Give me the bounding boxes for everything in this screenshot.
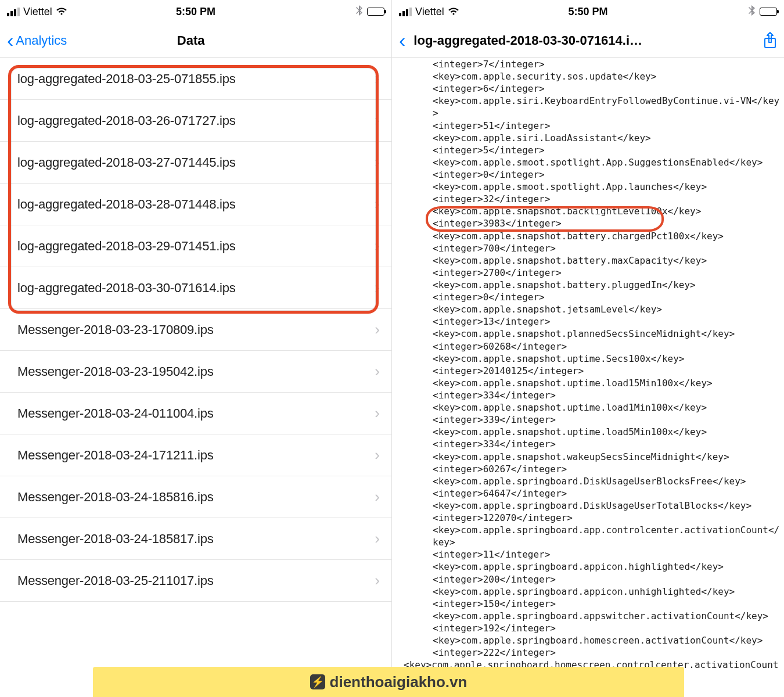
log-line: <integer>700</integer> [433, 242, 781, 254]
battery-icon [367, 8, 384, 16]
log-line: <key>com.apple.siri.LoadAssistant</key> [433, 132, 781, 144]
chevron-right-icon: › [375, 446, 380, 464]
log-content[interactable]: <integer>7</integer><key>com.apple.secur… [392, 58, 784, 697]
watermark-text: dienthoaigiakho.vn [330, 673, 467, 691]
file-row[interactable]: Messenger-2018-03-24-171211.ips› [0, 434, 391, 476]
log-line: <key>com.apple.smoot.spotlight.App.Sugge… [433, 156, 781, 168]
chevron-right-icon: › [375, 488, 380, 506]
log-line: <integer>32</integer> [433, 193, 781, 205]
page-title: log-aggregated-2018-03-30-071614.i… [410, 33, 748, 48]
file-name: Messenger-2018-03-23-170809.ips [17, 322, 375, 337]
chevron-right-icon: › [375, 572, 380, 590]
back-button[interactable]: ‹ [399, 34, 408, 46]
file-row[interactable]: log-aggregated-2018-03-28-071448.ips› [0, 184, 391, 225]
log-line: <integer>222</integer> [433, 646, 781, 659]
log-line: <key>com.apple.snapshot.battery.maxCapac… [433, 254, 781, 267]
file-name: log-aggregated-2018-03-29-071451.ips [17, 239, 375, 254]
log-line: <integer>200</integer> [433, 573, 781, 585]
log-line: <integer>60268</integer> [433, 340, 781, 353]
file-name: log-aggregated-2018-03-27-071445.ips [17, 155, 375, 170]
analytics-data-list-pane: Viettel 5:50 PM ‹ Analytics [0, 0, 392, 697]
log-line: <key>com.apple.springboard.DiskUsageUser… [433, 475, 781, 487]
log-line: <key>com.apple.snapshot.battery.pluggedI… [433, 279, 781, 291]
log-line: <integer>150</integer> [433, 598, 781, 610]
file-list: log-aggregated-2018-03-25-071855.ips›log… [0, 58, 391, 602]
log-line: <integer>64647</integer> [433, 487, 781, 500]
log-line: <key>com.apple.springboard.app.controlce… [433, 524, 781, 548]
file-row[interactable]: Messenger-2018-03-23-195042.ips› [0, 351, 391, 393]
file-row[interactable]: Messenger-2018-03-24-185817.ips› [0, 518, 391, 560]
log-line: <key>com.apple.siri.KeyboardEntryFollowe… [433, 95, 781, 119]
chevron-right-icon: › [375, 195, 380, 213]
battery-icon [760, 8, 777, 16]
share-button[interactable] [748, 32, 777, 49]
file-name: Messenger-2018-03-24-185817.ips [17, 531, 375, 547]
log-line: <integer>51</integer> [433, 120, 781, 132]
log-line: <key>com.apple.snapshot.battery.chargedP… [433, 230, 781, 242]
log-line: <integer>6</integer> [433, 82, 781, 95]
file-name: log-aggregated-2018-03-26-071727.ips [17, 113, 375, 128]
log-line: <key>com.apple.snapshot.uptime.Secs100x<… [433, 353, 781, 365]
file-name: log-aggregated-2018-03-28-071448.ips [17, 197, 375, 212]
log-line: <key>com.apple.snapshot.jetsamLevel</key… [433, 303, 781, 315]
log-line: <integer>0</integer> [433, 168, 781, 181]
chevron-left-icon: ‹ [7, 34, 16, 46]
chevron-right-icon: › [375, 112, 380, 130]
bluetooth-icon [356, 5, 362, 19]
log-line: <key>com.apple.snapshot.plannedSecsSince… [433, 328, 781, 340]
log-line: <integer>60267</integer> [433, 463, 781, 475]
log-line: <key>com.apple.springboard.homescreen.ac… [433, 634, 781, 646]
chevron-right-icon: › [375, 530, 380, 548]
file-row[interactable]: Messenger-2018-03-23-170809.ips› [0, 309, 391, 351]
file-row[interactable]: log-aggregated-2018-03-25-071855.ips› [0, 58, 391, 100]
file-row[interactable]: log-aggregated-2018-03-30-071614.ips› [0, 267, 391, 309]
file-row[interactable]: Messenger-2018-03-25-211017.ips› [0, 560, 391, 602]
log-line: <key>com.apple.springboard.appswitcher.a… [433, 610, 781, 622]
nav-bar: ‹ log-aggregated-2018-03-30-071614.i… [392, 23, 784, 58]
carrier-name: Viettel [23, 6, 52, 18]
status-bar: Viettel 5:50 PM [0, 0, 391, 23]
chevron-right-icon: › [375, 321, 380, 339]
log-line: <key>com.apple.snapshot.uptime.load1Min1… [433, 401, 781, 414]
log-line: <integer>7</integer> [433, 58, 781, 70]
bolt-icon: ⚡ [310, 674, 325, 689]
log-line: <integer>5</integer> [433, 144, 781, 156]
file-row[interactable]: log-aggregated-2018-03-26-071727.ips› [0, 100, 391, 142]
file-row[interactable]: log-aggregated-2018-03-29-071451.ips› [0, 225, 391, 267]
chevron-right-icon: › [375, 362, 380, 380]
chevron-right-icon: › [375, 404, 380, 422]
file-name: log-aggregated-2018-03-30-071614.ips [17, 281, 375, 296]
signal-icon [7, 8, 20, 16]
log-line: <key>com.apple.snapshot.uptime.load5Min1… [433, 426, 781, 438]
log-line: <integer>334</integer> [433, 389, 781, 401]
bluetooth-icon [749, 5, 755, 19]
log-line: <integer>13</integer> [433, 315, 781, 328]
file-name: Messenger-2018-03-25-211017.ips [17, 573, 375, 588]
log-line: <key>com.apple.snapshot.backlightLevel10… [433, 205, 781, 217]
file-name: Messenger-2018-03-24-185816.ips [17, 490, 375, 505]
status-bar: Viettel 5:50 PM [392, 0, 784, 23]
log-line: <integer>122070</integer> [433, 512, 781, 524]
wifi-icon [448, 6, 459, 18]
wifi-icon [56, 6, 67, 18]
file-name: Messenger-2018-03-24-171211.ips [17, 448, 375, 463]
carrier-name: Viettel [415, 6, 444, 18]
file-row[interactable]: Messenger-2018-03-24-011004.ips› [0, 393, 391, 434]
log-line: <integer>3983</integer> [433, 217, 781, 229]
file-row[interactable]: log-aggregated-2018-03-27-071445.ips› [0, 142, 391, 184]
log-line: <integer>192</integer> [433, 622, 781, 634]
page-title: Data [26, 33, 355, 48]
signal-icon [399, 8, 412, 16]
chevron-right-icon: › [375, 237, 380, 255]
log-line: <integer>0</integer> [433, 291, 781, 303]
file-row[interactable]: Messenger-2018-03-24-185816.ips› [0, 476, 391, 518]
log-line: <integer>20140125</integer> [433, 365, 781, 377]
chevron-right-icon: › [375, 279, 380, 297]
status-time: 5:50 PM [133, 6, 259, 18]
log-line: <integer>339</integer> [433, 414, 781, 426]
file-name: log-aggregated-2018-03-25-071855.ips [17, 71, 375, 87]
log-line: <key>com.apple.smoot.spotlight.App.launc… [433, 181, 781, 193]
share-icon [763, 32, 777, 49]
chevron-right-icon: › [375, 70, 380, 88]
log-line: <key>com.apple.snapshot.wakeupSecsSinceM… [433, 451, 781, 463]
